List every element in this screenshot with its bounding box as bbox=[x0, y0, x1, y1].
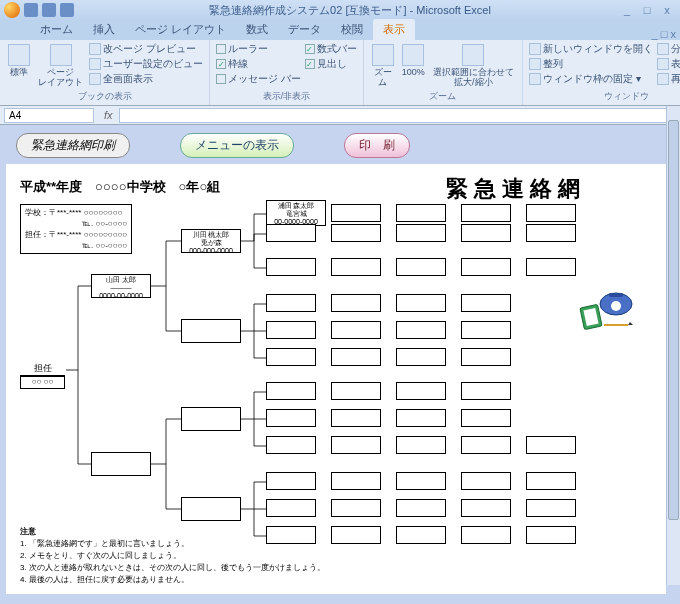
tree-node bbox=[266, 224, 316, 242]
freeze-panes-button[interactable]: ウィンドウ枠の固定 ▾ bbox=[529, 72, 653, 86]
group-label: ブックの表示 bbox=[6, 89, 203, 103]
tree-node: 川田 桃太郎 兎が森 000-000-0000 bbox=[181, 229, 241, 253]
tree-node bbox=[461, 526, 511, 544]
tab-layout[interactable]: ページ レイアウト bbox=[125, 19, 236, 40]
doc-maximize-button[interactable]: □ bbox=[661, 28, 668, 40]
split-button[interactable]: 分割 bbox=[657, 42, 680, 56]
gridlines-checkbox[interactable]: ✓枠線 bbox=[216, 57, 301, 71]
close-button[interactable]: x bbox=[658, 4, 676, 16]
tree-node bbox=[331, 382, 381, 400]
tree-node bbox=[331, 472, 381, 490]
group-label: 表示/非表示 bbox=[216, 89, 357, 103]
notes-section: 注意 1. 「緊急連絡網です」と最初に言いましょう。 2. メモをとり、すぐ次の… bbox=[20, 526, 325, 586]
tree-node bbox=[396, 436, 446, 454]
tree-node bbox=[526, 526, 576, 544]
tree-node bbox=[461, 472, 511, 490]
zoom-selection-button[interactable]: 選択範囲に合わせて 拡大/縮小 bbox=[431, 42, 516, 89]
tree-node bbox=[461, 321, 511, 339]
scrollbar-thumb[interactable] bbox=[668, 120, 679, 520]
tree-node bbox=[331, 499, 381, 517]
svg-point-2 bbox=[611, 301, 621, 311]
tab-home[interactable]: ホーム bbox=[30, 19, 83, 40]
ribbon: 標準 ページ レイアウト 改ページ プレビュー ユーザー設定のビュー 全画面表示… bbox=[0, 40, 680, 106]
formula-bar-checkbox[interactable]: ✓数式バー bbox=[305, 42, 357, 56]
ruler-checkbox[interactable]: ルーラー bbox=[216, 42, 301, 56]
qat-undo-icon[interactable] bbox=[42, 3, 56, 17]
tab-insert[interactable]: 挿入 bbox=[83, 19, 125, 40]
tree-node bbox=[331, 224, 381, 242]
tree-node bbox=[526, 436, 576, 454]
tree-node bbox=[91, 452, 151, 476]
school-info-box: 学校：〒***-**** ○○○○○○○○ ℡. ○○-○○○○ 担任：〒***… bbox=[20, 204, 132, 254]
tab-review[interactable]: 校閲 bbox=[331, 19, 373, 40]
tab-view[interactable]: 表示 bbox=[373, 19, 415, 40]
doc-minimize-button[interactable]: _ bbox=[652, 28, 658, 40]
note-line: 4. 最後の人は、担任に戻す必要はありません。 bbox=[20, 574, 325, 586]
normal-view-button[interactable]: 標準 bbox=[6, 42, 32, 79]
page-layout-button[interactable]: ページ レイアウト bbox=[36, 42, 85, 89]
tree-node bbox=[396, 409, 446, 427]
note-line: 1. 「緊急連絡網です」と最初に言いましょう。 bbox=[20, 538, 325, 550]
page-header: 平成**年度 ○○○○中学校 ○年○組 bbox=[20, 178, 220, 196]
tree-node bbox=[266, 321, 316, 339]
tree-node bbox=[181, 407, 241, 431]
tree-node bbox=[331, 321, 381, 339]
info-line: ℡. ○○-○○○○ bbox=[25, 218, 127, 229]
zoom-button[interactable]: ズーム bbox=[370, 42, 396, 89]
tree-node bbox=[461, 382, 511, 400]
info-line: 担任：〒***-**** ○○○○○○○○○ bbox=[25, 229, 127, 240]
tree-node bbox=[331, 526, 381, 544]
tree-node bbox=[461, 258, 511, 276]
tree-node bbox=[331, 409, 381, 427]
tree-node bbox=[461, 204, 511, 222]
tree-node bbox=[266, 294, 316, 312]
hide-button[interactable]: 表示しない bbox=[657, 57, 680, 71]
custom-views-button[interactable]: ユーザー設定のビュー bbox=[89, 57, 203, 71]
page-break-preview-button[interactable]: 改ページ プレビュー bbox=[89, 42, 203, 56]
tree-node bbox=[526, 472, 576, 490]
tree-node bbox=[266, 258, 316, 276]
minimize-button[interactable]: _ bbox=[618, 4, 636, 16]
ribbon-group-window: 新しいウィンドウを開く 整列 ウィンドウ枠の固定 ▾ 分割 表示しない 再表示 … bbox=[523, 40, 680, 105]
doc-close-button[interactable]: x bbox=[671, 28, 677, 40]
full-screen-button[interactable]: 全画面表示 bbox=[89, 72, 203, 86]
worksheet-area: 緊急連絡網印刷 メニューの表示 印 刷 平成**年度 ○○○○中学校 ○年○組 … bbox=[0, 125, 680, 604]
maximize-button[interactable]: □ bbox=[638, 4, 656, 16]
print-button[interactable]: 印 刷 bbox=[344, 133, 410, 158]
vertical-scrollbar[interactable] bbox=[666, 106, 680, 585]
ribbon-tabs: ホーム 挿入 ページ レイアウト 数式 データ 校閲 表示 _ □ x bbox=[0, 20, 680, 40]
tree-node bbox=[526, 258, 576, 276]
headings-checkbox[interactable]: ✓見出し bbox=[305, 57, 357, 71]
ribbon-group-book-views: 標準 ページ レイアウト 改ページ プレビュー ユーザー設定のビュー 全画面表示… bbox=[0, 40, 210, 105]
show-menu-button[interactable]: メニューの表示 bbox=[180, 133, 294, 158]
name-box[interactable]: A4 bbox=[4, 108, 94, 123]
tree-node bbox=[396, 224, 446, 242]
qat-save-icon[interactable] bbox=[24, 3, 38, 17]
tree-node bbox=[266, 472, 316, 490]
tree-node bbox=[396, 294, 446, 312]
tree-node bbox=[526, 224, 576, 242]
qat-redo-icon[interactable] bbox=[60, 3, 74, 17]
title-bar: 緊急連絡網作成システム02 [互換モード] - Microsoft Excel … bbox=[0, 0, 680, 20]
tree-node bbox=[396, 526, 446, 544]
tab-data[interactable]: データ bbox=[278, 19, 331, 40]
unhide-button[interactable]: 再表示 bbox=[657, 72, 680, 86]
tree-node bbox=[396, 321, 446, 339]
tree-node bbox=[181, 497, 241, 521]
office-button[interactable] bbox=[4, 2, 20, 18]
formula-input[interactable] bbox=[119, 108, 676, 123]
formula-bar: A4 fx bbox=[0, 106, 680, 125]
homeroom-teacher-box: 担任 ○○ ○○ bbox=[20, 362, 65, 389]
tree-node bbox=[181, 319, 241, 343]
tree-node bbox=[266, 348, 316, 366]
tab-formula[interactable]: 数式 bbox=[236, 19, 278, 40]
new-window-button[interactable]: 新しいウィンドウを開く bbox=[529, 42, 653, 56]
zoom-100-button[interactable]: 100% bbox=[400, 42, 427, 79]
tree-node bbox=[461, 436, 511, 454]
quick-access-toolbar bbox=[24, 3, 74, 17]
print-contact-net-button[interactable]: 緊急連絡網印刷 bbox=[16, 133, 130, 158]
message-bar-checkbox[interactable]: メッセージ バー bbox=[216, 72, 301, 86]
arrange-button[interactable]: 整列 bbox=[529, 57, 653, 71]
tree-node: 浦田 森太郎 竜宮城 00-0000-0000 bbox=[266, 200, 326, 226]
fx-button[interactable]: fx bbox=[98, 109, 119, 121]
